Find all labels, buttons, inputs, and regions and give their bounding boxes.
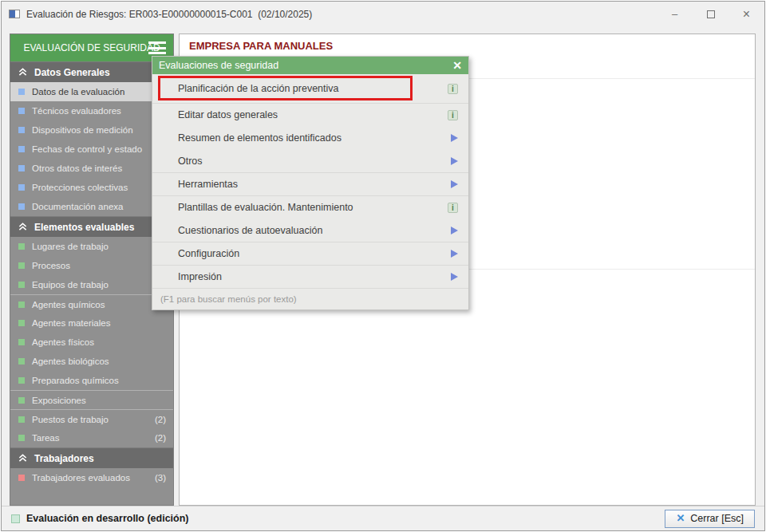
sidebar-item-agentes-materiales[interactable]: Agentes materiales — [10, 313, 173, 333]
item-label: Fechas de control y estado — [32, 144, 142, 154]
info-icon: i — [448, 110, 458, 120]
menu-item-label: Cuestionarios de autoevaluación — [178, 225, 322, 236]
sidebar-item-datos-evaluacion[interactable]: Datos de la evaluación — [10, 82, 173, 101]
item-label: Dispositivos de medición — [32, 125, 133, 135]
item-label: Técnicos evaluadores — [32, 106, 121, 116]
sidebar-section-elementos-evaluables[interactable]: Elementos evaluables — [10, 216, 173, 237]
sidebar-item-exposiciones[interactable]: Exposiciones — [10, 390, 173, 409]
item-label: Protecciones colectivas — [32, 183, 128, 192]
menu-footer-hint: (F1 para buscar menús por texto) — [152, 288, 468, 309]
menu-item-label: Resumen de elementos identificados — [178, 132, 342, 144]
menu-item-cuestionarios[interactable]: Cuestionarios de autoevaluación — [152, 219, 468, 242]
sidebar-item-protecciones-colectivas[interactable]: Protecciones colectivas — [10, 178, 173, 197]
sidebar-item-dispositivos-medicion[interactable]: Dispositivos de medición — [10, 120, 173, 140]
chevron-double-up-icon — [18, 68, 27, 77]
menu-item-label: Otros — [178, 156, 203, 167]
bullet-icon — [18, 475, 25, 481]
bullet-icon — [18, 397, 25, 404]
chevron-double-up-icon — [18, 223, 27, 231]
sidebar-item-fechas-control[interactable]: Fechas de control y estado — [10, 140, 173, 159]
sidebar-item-preparados-quimicos[interactable]: Preparados químicos — [10, 371, 173, 390]
bullet-icon — [18, 184, 25, 191]
bullet-icon — [18, 243, 25, 250]
sidebar-item-tareas[interactable]: Tareas(2) — [10, 428, 173, 447]
menu-item-label: Plantillas de evaluación. Mantenimiento — [178, 202, 353, 213]
sidebar-section-datos-generales[interactable]: Datos Generales — [10, 61, 173, 82]
maximize-icon — [707, 10, 715, 18]
bullet-icon — [18, 108, 25, 114]
bullet-icon — [18, 203, 25, 210]
menu-item-impresion[interactable]: Impresión — [152, 265, 468, 288]
submenu-arrow-icon — [451, 157, 458, 165]
hamburger-menu-icon[interactable] — [148, 41, 166, 54]
bullet-icon — [18, 320, 25, 326]
menu-popup-header: Evaluaciones de seguridad ✕ — [152, 57, 468, 74]
item-count: (2) — [155, 415, 166, 424]
item-label: Documentación anexa — [32, 202, 123, 211]
sidebar-item-trabajadores-evaluados[interactable]: Trabajadores evaluados(3) — [10, 468, 173, 487]
menu-item-plantillas[interactable]: Plantillas de evaluación. Mantenimiento … — [152, 195, 468, 219]
minimize-button[interactable]: – — [657, 2, 693, 26]
menu-item-herramientas[interactable]: Herramientas — [152, 172, 468, 195]
menu-item-label: Planificación de la acción preventiva — [178, 83, 339, 94]
sidebar-header: EVALUACIÓN DE SEGURIDAD — [10, 34, 173, 61]
bullet-icon — [18, 89, 25, 95]
bullet-icon — [18, 377, 25, 384]
status-text: Evaluación en desarrollo (edición) — [26, 513, 189, 524]
item-label: Procesos — [32, 261, 70, 270]
app-window: Evaluación de Riesgos: ER003-E0000000001… — [1, 1, 765, 531]
bullet-icon — [18, 146, 25, 152]
sidebar-item-tecnicos-evaluadores[interactable]: Técnicos evaluadores — [10, 101, 173, 120]
maximize-button[interactable] — [693, 2, 728, 26]
company-title: EMPRESA PARA MANUALES — [189, 40, 333, 52]
sidebar-item-agentes-biologicos[interactable]: Agentes biológicos — [10, 352, 173, 371]
sidebar-item-equipos-trabajo[interactable]: Equipos de trabajo — [10, 275, 173, 294]
sidebar-item-agentes-quimicos[interactable]: Agentes químicos — [10, 294, 173, 313]
title-bar: Evaluación de Riesgos: ER003-E0000000001… — [2, 2, 764, 26]
sidebar-section-trabajadores[interactable]: Trabajadores — [10, 447, 173, 468]
section-label: Elementos evaluables — [34, 222, 134, 233]
item-label: Trabajadores evaluados — [32, 473, 130, 483]
bullet-icon — [18, 435, 25, 441]
item-label: Puestos de trabajo — [32, 415, 109, 424]
bullet-icon — [18, 301, 25, 308]
section-label: Trabajadores — [34, 453, 94, 464]
menu-item-resumen-elementos[interactable]: Resumen de elementos identificados — [152, 126, 468, 149]
menu-close-icon[interactable]: ✕ — [452, 60, 462, 71]
bullet-icon — [18, 339, 25, 345]
menu-item-label: Editar datos generales — [178, 109, 278, 120]
menu-popup: Evaluaciones de seguridad ✕ Planificació… — [152, 56, 469, 310]
menu-item-planificacion[interactable]: Planificación de la acción preventiva i — [152, 74, 468, 103]
cerrar-button[interactable]: ✕ Cerrar [Esc] — [665, 510, 755, 528]
item-label: Exposiciones — [32, 396, 86, 405]
sidebar-item-agentes-fisicos[interactable]: Agentes físicos — [10, 333, 173, 352]
item-count: (2) — [155, 433, 166, 443]
status-green-icon — [11, 514, 20, 523]
blue-x-icon: ✕ — [676, 513, 685, 523]
item-label: Datos de la evaluación — [32, 87, 124, 97]
item-label: Otros datos de interés — [32, 164, 122, 173]
sidebar-item-documentacion-anexa[interactable]: Documentación anexa — [10, 197, 173, 216]
bullet-icon — [18, 127, 25, 133]
sidebar-item-otros-datos[interactable]: Otros datos de interés — [10, 159, 173, 178]
close-button[interactable]: × — [728, 2, 764, 26]
menu-item-configuracion[interactable]: Configuración — [152, 242, 468, 265]
item-label: Agentes químicos — [32, 300, 105, 309]
sidebar: EVALUACIÓN DE SEGURIDAD Datos Generales … — [10, 33, 174, 506]
bullet-icon — [18, 416, 25, 423]
window-controls: – × — [657, 2, 764, 26]
item-label: Lugares de trabajo — [32, 242, 109, 251]
sidebar-item-puestos-trabajo[interactable]: Puestos de trabajo(2) — [10, 409, 173, 428]
info-icon: i — [448, 203, 458, 213]
item-label: Preparados químicos — [32, 376, 119, 385]
sidebar-item-procesos[interactable]: Procesos — [10, 256, 173, 275]
item-label: Tareas — [32, 433, 60, 443]
menu-item-editar-datos[interactable]: Editar datos generales i — [152, 103, 468, 126]
status-bar: Evaluación en desarrollo (edición) ✕ Cer… — [2, 506, 764, 530]
item-label: Agentes biológicos — [32, 357, 109, 366]
menu-item-otros[interactable]: Otros — [152, 149, 468, 172]
sidebar-item-lugares-trabajo[interactable]: Lugares de trabajo — [10, 237, 173, 256]
submenu-arrow-icon — [451, 273, 458, 281]
cerrar-button-label: Cerrar [Esc] — [690, 513, 744, 524]
sidebar-header-label: EVALUACIÓN DE SEGURIDAD — [23, 42, 160, 53]
